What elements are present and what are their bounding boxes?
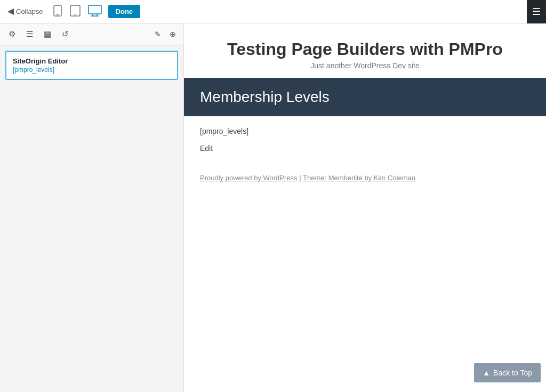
desktop-icon[interactable] (86, 3, 104, 20)
page-hero: Membership Levels (184, 78, 546, 116)
sidebar-toolbar: ⚙ ☰ ▦ ↺ ✎ ⊕ (0, 23, 183, 45)
site-tagline: Just another WordPress Dev site (195, 61, 535, 70)
footer-separator: | (299, 174, 301, 182)
back-to-top-icon: ▲ (483, 369, 490, 377)
tablet-icon[interactable] (68, 3, 83, 20)
sidebar: ⚙ ☰ ▦ ↺ ✎ ⊕ SiteOrigin Editor [pmpro_lev… (0, 23, 184, 392)
device-icons (51, 3, 104, 20)
collapse-label: Collapse (16, 7, 43, 15)
preview-area: Testing Page Builders with PMPro Just an… (184, 23, 546, 392)
grid-tool-button[interactable]: ▦ (39, 27, 55, 42)
svg-marker-0 (7, 9, 14, 15)
shortcode-text: [pmpro_levels] (200, 127, 530, 135)
done-button[interactable]: Done (108, 5, 141, 18)
svg-rect-5 (89, 5, 101, 14)
edit-icon-button[interactable]: ✎ (151, 28, 164, 40)
top-bar: Collapse Done (0, 0, 546, 23)
settings-tool-button[interactable]: ⚙ (4, 27, 20, 42)
powered-by-link[interactable]: Proudly powered by WordPress (200, 174, 298, 182)
collapse-button[interactable]: Collapse (4, 5, 46, 18)
theme-link[interactable]: Theme: Memberlite by Kim Coleman (303, 174, 415, 182)
widget-title: SiteOrigin Editor (13, 57, 171, 65)
site-title: Testing Page Builders with PMPro (195, 39, 535, 59)
back-to-top-button[interactable]: ▲ Back to Top (474, 363, 541, 382)
back-to-top-label: Back to Top (493, 369, 532, 377)
menu-icon-button[interactable]: ☰ (527, 0, 546, 23)
site-header: Testing Page Builders with PMPro Just an… (184, 23, 546, 78)
history-tool-button[interactable]: ↺ (58, 27, 73, 42)
widget-subtitle: [pmpro_levels] (13, 66, 171, 74)
site-footer: Proudly powered by WordPress | Theme: Me… (184, 163, 546, 187)
widget-block[interactable]: SiteOrigin Editor [pmpro_levels] (5, 51, 178, 80)
main-layout: ⚙ ☰ ▦ ↺ ✎ ⊕ SiteOrigin Editor [pmpro_lev… (0, 23, 546, 392)
page-hero-title: Membership Levels (200, 89, 530, 106)
menu-icon: ☰ (532, 6, 541, 18)
edit-link[interactable]: Edit (200, 144, 530, 153)
sidebar-content: SiteOrigin Editor [pmpro_levels] (0, 45, 183, 392)
page-content: [pmpro_levels] Edit (184, 116, 546, 163)
mobile-icon[interactable] (51, 3, 65, 20)
add-icon-button[interactable]: ⊕ (166, 28, 179, 40)
list-tool-button[interactable]: ☰ (22, 27, 37, 42)
